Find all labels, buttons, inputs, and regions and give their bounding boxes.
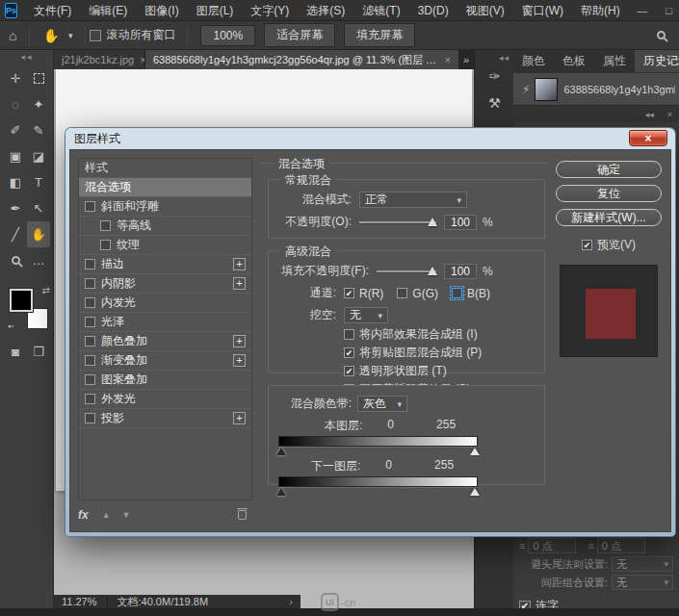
menu-help[interactable]: 帮助(H) [572, 0, 629, 21]
style-checkbox[interactable] [85, 201, 95, 212]
style-item-pattern-overlay[interactable]: 图案叠加 [79, 371, 251, 390]
move-tool[interactable]: ✛ [4, 65, 27, 91]
style-checkbox[interactable] [85, 317, 95, 327]
zoom-level-field[interactable]: 11.27% [54, 596, 108, 607]
add-instance-button[interactable]: + [233, 335, 246, 347]
collapse-panel-icon[interactable]: ◂◂ [639, 110, 661, 119]
document-tab-active[interactable]: 63885668ly1g4y1h3gmkcj23gg56o4qr.jpg @ 1… [145, 50, 458, 69]
add-instance-button[interactable]: + [233, 277, 246, 290]
style-checkbox[interactable] [85, 259, 95, 270]
quick-mask-button[interactable]: ◙ [4, 339, 27, 365]
fill-opacity-slider[interactable] [377, 267, 436, 276]
blend-mode-select[interactable]: 正常 ▾ [359, 192, 467, 208]
brush-settings-panel-icon[interactable]: ✑ [482, 64, 508, 89]
fill-screen-button[interactable]: 填充屏幕 [344, 23, 415, 47]
tab-history[interactable]: 历史记录 [635, 50, 679, 72]
style-checkbox[interactable] [85, 413, 95, 424]
new-style-button[interactable]: 新建样式(W)... [556, 209, 662, 226]
style-item-inner-glow[interactable]: 内发光 [79, 294, 251, 313]
blend-if-select[interactable]: 灰色 ▾ [357, 396, 407, 412]
kinsoku-select[interactable]: 无 ▾ [612, 556, 673, 572]
dialog-title-bar[interactable]: 图层样式 [69, 128, 671, 149]
fill-opacity-value-field[interactable]: 100 [444, 264, 477, 279]
white-point-slider[interactable] [470, 488, 480, 496]
search-icon[interactable] [657, 31, 666, 39]
foreground-color-swatch[interactable] [10, 289, 33, 312]
move-style-down-button[interactable]: ▼ [122, 510, 131, 520]
menu-3d[interactable]: 3D(D) [409, 0, 457, 21]
screen-mode-button[interactable]: ❐ [27, 339, 50, 365]
history-brush-source-icon[interactable]: ⚡ [522, 83, 530, 96]
opacity-value-field[interactable]: 100 [444, 215, 477, 230]
hand-tool-icon[interactable]: ✋ [34, 28, 67, 43]
close-icon[interactable]: × [444, 54, 450, 65]
style-checkbox[interactable] [85, 297, 95, 308]
reset-button[interactable]: 复位 [556, 185, 662, 202]
add-instance-button[interactable]: + [233, 412, 246, 424]
type-tool[interactable]: T [27, 169, 50, 195]
style-item-stroke[interactable]: 描边+ [79, 255, 251, 274]
slider-thumb[interactable] [428, 218, 437, 226]
style-item-bevel-emboss[interactable]: 斜面和浮雕 [79, 197, 251, 217]
tab-properties[interactable]: 属性 [594, 50, 635, 72]
channel-g-checkbox[interactable] [397, 288, 407, 298]
tab-overflow-icon[interactable]: » [458, 54, 474, 65]
lasso-tool[interactable]: ◌ [4, 91, 27, 117]
channel-b-checkbox[interactable] [452, 288, 462, 298]
delete-style-button[interactable] [238, 510, 247, 520]
brush-tool[interactable]: ✎ [27, 117, 50, 143]
tab-color[interactable]: 颜色 [513, 50, 554, 72]
style-item-satin[interactable]: 光泽 [79, 313, 251, 332]
tab-swatches[interactable]: 色板 [554, 50, 594, 72]
fit-screen-button[interactable]: 适合屏幕 [264, 23, 335, 47]
history-snapshot-row[interactable]: ⚡ 63885668ly1g4y1h3gmkcj23gg5 [513, 72, 679, 105]
maximize-button[interactable]: □ [656, 0, 679, 21]
menu-view[interactable]: 视图(V) [457, 0, 513, 21]
eyedropper-tool[interactable]: ✐ [4, 117, 27, 143]
home-icon[interactable]: ⌂ [0, 28, 25, 43]
slider-thumb[interactable] [428, 267, 437, 275]
knockout-select[interactable]: 无 ▾ [344, 307, 388, 323]
menu-filter[interactable]: 滤镜(T) [353, 0, 408, 21]
style-item-blending-options[interactable]: 混合选项 [79, 178, 251, 197]
style-item-texture[interactable]: 纹理 [79, 236, 251, 255]
pen-tool[interactable]: ✒ [4, 195, 27, 221]
fx-icon[interactable]: fx [78, 508, 89, 522]
menu-type[interactable]: 文字(Y) [242, 0, 298, 21]
style-checkbox[interactable] [85, 336, 95, 346]
chevron-down-icon[interactable]: ▾ [68, 31, 82, 40]
style-item-outer-glow[interactable]: 外发光 [79, 390, 251, 409]
transparency-shapes-checkbox[interactable]: ✔ [344, 366, 354, 376]
swap-colors-icon[interactable]: ⇄ [42, 285, 50, 295]
style-checkbox[interactable] [85, 278, 95, 289]
style-checkbox[interactable] [85, 374, 95, 385]
channel-r-checkbox[interactable]: ✔ [344, 288, 354, 298]
close-panel-icon[interactable]: × [661, 110, 679, 119]
minimize-button[interactable]: — [629, 0, 656, 21]
clone-stamp-tool[interactable]: ▣ [4, 143, 27, 169]
style-checkbox[interactable] [100, 240, 111, 250]
zoom-100-button[interactable]: 100% [200, 25, 255, 46]
opacity-slider[interactable] [359, 218, 436, 227]
style-checkbox[interactable] [100, 220, 111, 231]
style-item-gradient-overlay[interactable]: 渐变叠加+ [79, 351, 251, 371]
style-checkbox[interactable] [85, 355, 95, 366]
blend-interior-checkbox[interactable] [344, 329, 354, 340]
status-options-chevron[interactable]: › [289, 596, 300, 607]
menu-edit[interactable]: 编辑(E) [80, 0, 136, 21]
dialog-close-button[interactable]: × [629, 130, 667, 146]
indent-right-field[interactable]: 0 点 [597, 538, 645, 553]
add-instance-button[interactable]: + [233, 258, 246, 270]
menu-select[interactable]: 选择(S) [298, 0, 353, 21]
scroll-all-windows-checkbox[interactable] [90, 30, 101, 41]
gradient-tool[interactable]: ◧ [4, 169, 27, 195]
mojikumi-select[interactable]: 无 ▾ [612, 575, 673, 590]
eraser-tool[interactable]: ◪ [27, 143, 50, 169]
blend-clipped-checkbox[interactable]: ✔ [344, 347, 354, 358]
style-item-drop-shadow[interactable]: 投影+ [79, 409, 251, 428]
magic-wand-tool[interactable]: ✦ [27, 91, 50, 117]
menu-window[interactable]: 窗口(W) [513, 0, 572, 21]
default-colors-icon[interactable]: ▪▫ [8, 321, 13, 331]
menu-layer[interactable]: 图层(L) [188, 0, 243, 21]
preview-checkbox[interactable]: ✔ [582, 240, 592, 250]
